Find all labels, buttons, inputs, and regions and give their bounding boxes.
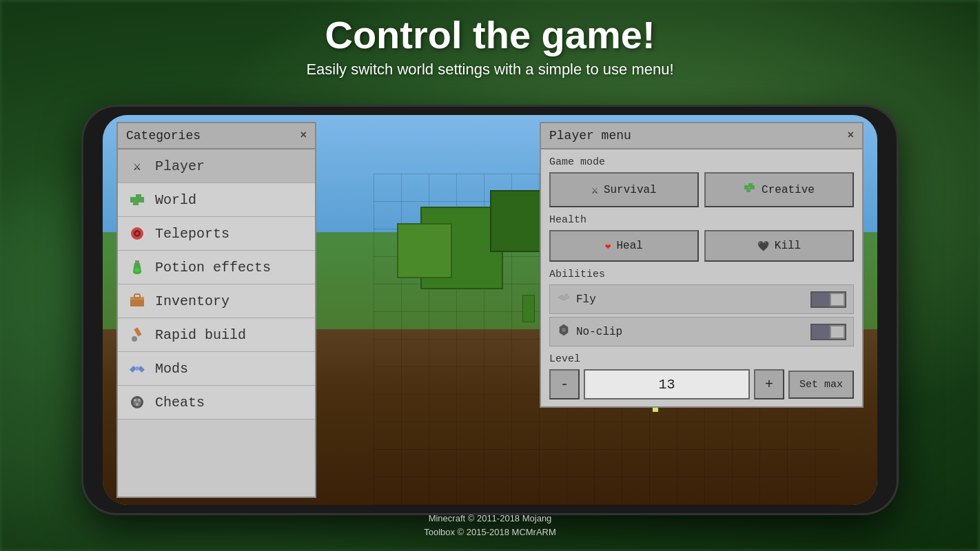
svg-rect-7 — [135, 260, 139, 263]
level-label: Level — [549, 353, 854, 365]
category-item-world[interactable]: World — [118, 183, 315, 217]
category-label-inventory: Inventory — [155, 293, 229, 309]
survival-label: Survival — [604, 184, 657, 196]
game-mode-row: ⚔ Survival Creative — [549, 172, 854, 207]
noclip-ability-label: No-clip — [557, 323, 622, 340]
cheats-icon — [127, 393, 147, 412]
svg-point-6 — [136, 232, 139, 235]
player-panel-header: Player menu × — [541, 123, 862, 149]
rapid-build-icon — [127, 325, 147, 344]
svg-rect-12 — [134, 327, 141, 336]
categories-close-btn[interactable]: × — [300, 129, 307, 142]
main-title: Control the game! — [0, 14, 980, 56]
phone-frame: Categories × ⚔ Player World — [83, 107, 897, 513]
category-label-rapid-build: Rapid build — [155, 327, 246, 343]
potion-effects-icon — [127, 258, 147, 277]
set-max-button[interactable]: Set max — [788, 371, 854, 399]
creative-icon — [744, 182, 756, 198]
footer: Minecraft © 2011-2018 Mojang Toolbox © 2… — [0, 512, 980, 539]
mods-icon — [127, 359, 147, 378]
svg-point-20 — [138, 399, 141, 402]
creative-button[interactable]: Creative — [704, 172, 854, 207]
svg-rect-24 — [746, 188, 751, 192]
player-panel: Player menu × Game mode ⚔ Survival — [540, 122, 864, 408]
health-label: Health — [549, 214, 854, 226]
player-panel-close-btn[interactable]: × — [847, 129, 854, 142]
level-plus-button[interactable]: + — [754, 369, 784, 399]
category-label-player: Player — [155, 158, 205, 174]
survival-button[interactable]: ⚔ Survival — [549, 172, 699, 207]
category-item-inventory[interactable]: Inventory — [118, 284, 315, 318]
category-label-potion: Potion effects — [155, 260, 271, 276]
heal-label: Heal — [617, 240, 643, 252]
kill-label: Kill — [775, 240, 801, 252]
category-label-cheats: Cheats — [155, 395, 205, 410]
category-item-potion-effects[interactable]: Potion effects — [118, 251, 315, 284]
dark-heart-icon: 🖤 — [757, 240, 769, 252]
level-minus-button[interactable]: - — [549, 369, 580, 399]
svg-point-19 — [134, 399, 136, 402]
fly-text: Fly — [576, 293, 596, 306]
category-item-cheats[interactable]: Cheats — [118, 386, 315, 419]
category-item-player[interactable]: ⚔ Player — [118, 149, 315, 183]
survival-icon: ⚔ — [591, 183, 598, 197]
player-icon: ⚔ — [127, 156, 147, 176]
svg-rect-11 — [134, 294, 140, 298]
svg-point-8 — [134, 268, 140, 272]
category-label-teleports: Teleports — [155, 226, 229, 242]
footer-line1: Minecraft © 2011-2018 Mojang — [0, 512, 980, 526]
fly-toggle-thumb — [830, 293, 845, 306]
heart-icon: ❤ — [605, 240, 611, 252]
world-icon — [127, 190, 147, 209]
creative-label: Creative — [762, 184, 815, 196]
noclip-toggle[interactable] — [810, 324, 846, 340]
health-row: ❤ Heal 🖤 Kill — [549, 230, 854, 262]
category-item-teleports[interactable]: Teleports — [118, 217, 315, 251]
noclip-text: No-clip — [576, 326, 622, 338]
svg-point-16 — [135, 366, 139, 371]
sub-title: Easily switch world settings with a simp… — [0, 61, 980, 79]
svg-rect-25 — [751, 185, 755, 189]
fly-toggle[interactable] — [810, 291, 846, 308]
category-label-world: World — [155, 192, 196, 208]
teleports-icon — [127, 224, 147, 243]
svg-point-26 — [562, 328, 566, 332]
category-item-rapid-build[interactable]: Rapid build — [118, 318, 315, 352]
leaf-block-3 — [397, 223, 452, 278]
noclip-ability-row: No-clip — [549, 317, 854, 346]
footer-line2: Toolbox © 2015-2018 MCMrARM — [0, 526, 980, 539]
svg-rect-2 — [133, 200, 139, 205]
abilities-label: Abilities — [549, 269, 854, 280]
fly-ability-label: Fly — [557, 291, 596, 308]
heading-area: Control the game! Easily switch world se… — [0, 14, 980, 79]
svg-point-13 — [132, 336, 137, 342]
noclip-toggle-thumb — [830, 325, 845, 339]
fly-ability-row: Fly — [549, 284, 854, 314]
category-label-mods: Mods — [155, 361, 188, 377]
kill-button[interactable]: 🖤 Kill — [704, 230, 854, 262]
noclip-icon — [557, 323, 571, 340]
phone-screen: Categories × ⚔ Player World — [103, 115, 877, 505]
heal-button[interactable]: ❤ Heal — [549, 230, 699, 262]
categories-panel: Categories × ⚔ Player World — [116, 122, 316, 498]
category-item-mods[interactable]: Mods — [118, 352, 315, 386]
level-value: 13 — [584, 369, 750, 399]
cactus-arm-l — [522, 295, 535, 322]
level-section: - 13 + Set max — [549, 369, 854, 399]
level-row: - 13 + Set max — [549, 369, 854, 399]
game-mode-label: Game mode — [549, 156, 854, 168]
inventory-icon — [127, 291, 147, 311]
categories-title: Categories — [126, 129, 201, 143]
categories-header: Categories × — [118, 123, 315, 149]
player-panel-title: Player menu — [549, 129, 631, 143]
svg-point-21 — [136, 403, 139, 406]
abilities-section: Fly No-clip — [549, 284, 854, 346]
fly-icon — [557, 291, 571, 308]
svg-rect-3 — [139, 197, 144, 202]
